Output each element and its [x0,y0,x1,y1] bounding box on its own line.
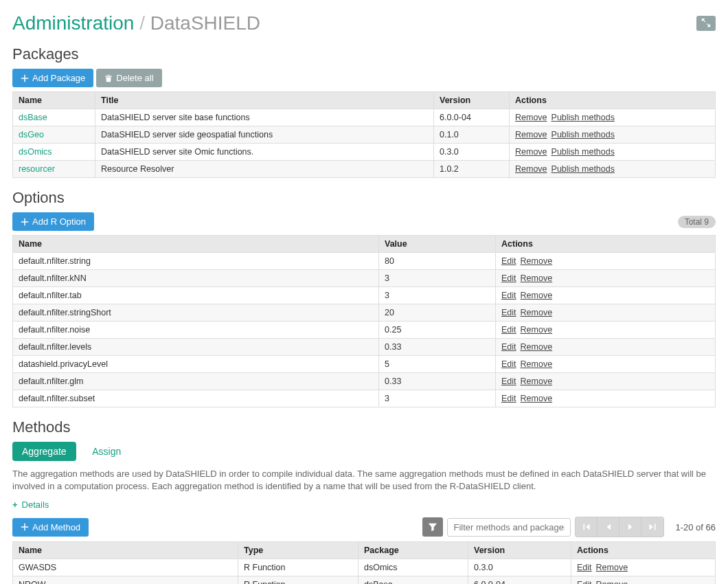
plus-icon [21,74,29,82]
last-icon [648,523,657,531]
filter-input[interactable] [447,518,571,537]
remove-link[interactable]: Remove [521,273,553,283]
remove-link[interactable]: Remove [521,342,553,352]
filter-button[interactable] [422,517,443,537]
tab-assign[interactable]: Assign [82,442,130,461]
edit-link[interactable]: Edit [501,291,516,300]
package-title: Resource Resolver [95,161,434,178]
table-row: default.nfilter.glm0.33EditRemove [13,373,716,390]
edit-link[interactable]: Edit [577,580,592,584]
remove-link[interactable]: Remove [521,359,553,369]
page-next-button[interactable] [619,517,641,537]
remove-link[interactable]: Remove [515,147,547,157]
option-name: default.nfilter.stringShort [13,304,379,322]
package-version: 6.0.0-04 [434,109,510,126]
package-name-link[interactable]: resourcer [19,164,55,174]
col-package: Package [359,542,468,559]
table-row: dsBaseDataSHIELD server site base functi… [13,109,716,126]
add-method-button[interactable]: Add Method [12,518,89,537]
edit-link[interactable]: Edit [501,377,516,386]
remove-link[interactable]: Remove [521,394,553,403]
expand-icon [701,18,711,30]
option-name: default.nfilter.kNN [13,270,379,287]
package-version: 0.1.0 [434,126,510,144]
pager [575,517,664,537]
col-type: Type [238,542,359,559]
method-name: NROW [13,576,238,584]
remove-link[interactable]: Remove [521,308,553,317]
col-value: Value [379,236,496,253]
package-title: DataSHIELD server site Omic functions. [95,144,434,161]
add-method-label: Add Method [32,522,80,532]
publish-link[interactable]: Publish methods [551,113,615,122]
col-version: Version [468,542,571,559]
table-row: default.nfilter.noise0.25EditRemove [13,322,716,339]
remove-link[interactable]: Remove [515,113,547,122]
pager-info: 1-20 of 66 [675,522,716,532]
plus-icon: + [12,499,18,510]
packages-table: Name Title Version Actions dsBaseDataSHI… [12,91,716,178]
add-option-label: Add R Option [32,216,86,227]
publish-link[interactable]: Publish methods [551,164,615,174]
remove-link[interactable]: Remove [521,377,553,386]
page-prev-button[interactable] [598,517,619,537]
remove-link[interactable]: Remove [515,164,547,174]
edit-link[interactable]: Edit [501,273,516,283]
expand-button[interactable] [696,16,716,31]
method-type: R Function [238,559,359,576]
publish-link[interactable]: Publish methods [551,130,615,139]
methods-table: Name Type Package Version Actions GWASDS… [12,541,716,584]
table-row: dsOmicsDataSHIELD server site Omic funct… [13,144,716,161]
edit-link[interactable]: Edit [501,394,516,403]
remove-link[interactable]: Remove [596,580,628,584]
edit-link[interactable]: Edit [501,359,516,369]
edit-link[interactable]: Edit [501,325,516,335]
details-label: Details [22,499,49,510]
publish-link[interactable]: Publish methods [551,147,615,157]
breadcrumb-root[interactable]: Administration [12,12,134,34]
filter-icon [428,522,437,532]
table-row: GWASDSR FunctiondsOmics0.3.0EditRemove [13,559,716,576]
package-name-link[interactable]: dsGeo [19,130,44,139]
details-toggle[interactable]: + Details [12,499,49,510]
package-name-link[interactable]: dsOmics [19,147,52,157]
table-row: default.nfilter.subset3EditRemove [13,390,716,407]
page-first-button[interactable] [576,517,598,537]
method-package: dsOmics [359,559,468,576]
package-version: 1.0.2 [434,161,510,178]
tab-aggregate[interactable]: Aggregate [12,442,76,461]
remove-link[interactable]: Remove [515,130,547,139]
remove-link[interactable]: Remove [521,291,553,300]
page-last-button[interactable] [641,517,663,537]
edit-link[interactable]: Edit [501,308,516,317]
remove-link[interactable]: Remove [521,256,553,266]
remove-link[interactable]: Remove [521,325,553,335]
package-version: 0.3.0 [434,144,510,161]
delete-all-label: Delete all [116,73,153,83]
breadcrumb-page: DataSHIELD [150,12,260,34]
remove-link[interactable]: Remove [596,563,628,572]
col-name: Name [13,92,95,109]
add-option-button[interactable]: Add R Option [12,212,94,231]
package-title: DataSHIELD server side geospatial functi… [95,126,434,144]
option-name: datashield.privacyLevel [13,356,379,373]
edit-link[interactable]: Edit [501,256,516,266]
option-value: 20 [379,304,496,322]
option-value: 5 [379,356,496,373]
delete-all-button[interactable]: Delete all [96,69,161,87]
table-row: default.nfilter.kNN3EditRemove [13,270,716,287]
option-value: 3 [379,287,496,304]
col-actions: Actions [510,92,716,109]
edit-link[interactable]: Edit [577,563,592,572]
options-title: Options [12,189,716,207]
option-name: default.nfilter.string [13,253,379,270]
package-name-link[interactable]: dsBase [19,113,47,122]
options-table: Name Value Actions default.nfilter.strin… [12,235,716,407]
add-package-button[interactable]: Add Package [12,69,93,87]
trash-icon [104,74,113,82]
edit-link[interactable]: Edit [501,342,516,352]
col-name: Name [13,542,238,559]
option-name: default.nfilter.levels [13,339,379,356]
method-version: 6.0.0-04 [468,576,571,584]
table-row: default.nfilter.string80EditRemove [13,253,716,270]
